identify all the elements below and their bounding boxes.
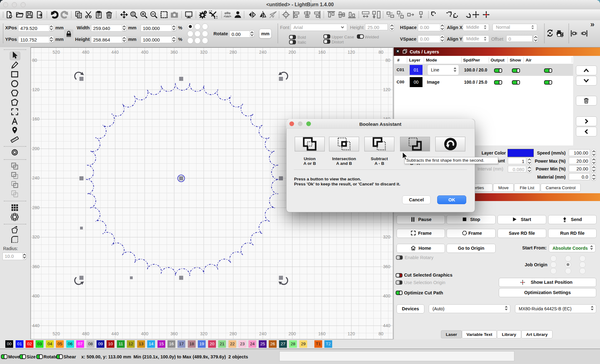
- svg-text:240: 240: [259, 331, 267, 336]
- svg-text:80: 80: [385, 58, 390, 63]
- svg-text:400: 400: [32, 293, 40, 298]
- svg-text:200: 200: [32, 146, 40, 151]
- svg-text:280: 280: [229, 50, 237, 55]
- svg-text:520: 520: [52, 331, 60, 336]
- svg-text:400: 400: [141, 50, 148, 55]
- svg-text:120: 120: [383, 87, 391, 92]
- svg-text:120: 120: [348, 50, 355, 55]
- svg-text:320: 320: [200, 331, 208, 336]
- svg-text:80: 80: [378, 50, 383, 55]
- svg-text:160: 160: [32, 116, 40, 121]
- svg-text:440: 440: [383, 323, 391, 328]
- svg-text:400: 400: [141, 331, 148, 336]
- svg-text:120: 120: [348, 331, 355, 336]
- svg-text:80: 80: [378, 331, 383, 336]
- svg-text:360: 360: [383, 264, 391, 269]
- svg-text:320: 320: [32, 234, 40, 239]
- svg-text:120: 120: [32, 87, 40, 92]
- svg-text:400: 400: [383, 293, 391, 298]
- svg-text:280: 280: [32, 205, 40, 210]
- svg-text:360: 360: [32, 264, 40, 269]
- svg-text:320: 320: [200, 50, 208, 55]
- svg-text:240: 240: [259, 50, 267, 55]
- svg-text:240: 240: [32, 175, 40, 180]
- svg-text:280: 280: [229, 331, 237, 336]
- svg-text:160: 160: [318, 331, 326, 336]
- svg-text:520: 520: [52, 50, 60, 55]
- svg-text:360: 360: [170, 50, 178, 55]
- svg-text:440: 440: [111, 331, 119, 336]
- svg-text:480: 480: [82, 50, 89, 55]
- svg-text:480: 480: [82, 331, 89, 336]
- svg-text:80: 80: [32, 58, 37, 63]
- svg-text:200: 200: [288, 331, 296, 336]
- svg-text:320: 320: [383, 234, 391, 239]
- svg-text:440: 440: [111, 50, 119, 55]
- svg-text:160: 160: [318, 50, 326, 55]
- svg-text:200: 200: [288, 50, 296, 55]
- svg-text:440: 440: [32, 323, 40, 328]
- svg-text:360: 360: [170, 331, 178, 336]
